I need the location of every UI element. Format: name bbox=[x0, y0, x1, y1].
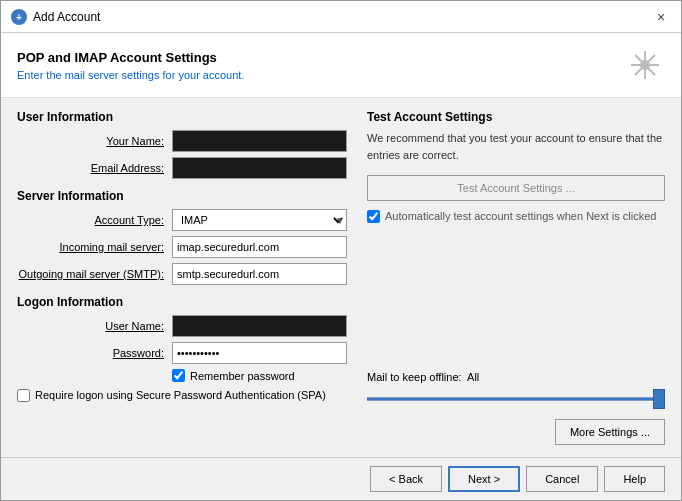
right-panel: Test Account Settings We recommend that … bbox=[367, 110, 665, 445]
slider-fill bbox=[367, 398, 665, 401]
password-input[interactable] bbox=[172, 342, 347, 364]
header-text: POP and IMAP Account Settings Enter the … bbox=[17, 50, 244, 81]
account-type-wrapper: IMAP POP3 ▼ bbox=[172, 209, 347, 231]
logon-info-title: Logon Information bbox=[17, 295, 347, 309]
dialog-body: User Information Your Name: Email Addres… bbox=[1, 98, 681, 457]
offline-section: Mail to keep offline: All More Settings … bbox=[367, 361, 665, 445]
remember-password-checkbox[interactable] bbox=[172, 369, 185, 382]
cancel-button[interactable]: Cancel bbox=[526, 466, 598, 492]
auto-test-checkbox[interactable] bbox=[367, 210, 380, 223]
slider-thumb[interactable] bbox=[653, 389, 665, 409]
email-label: Email Address: bbox=[17, 162, 172, 174]
title-bar-left: + Add Account bbox=[11, 9, 100, 25]
username-row: User Name: bbox=[17, 315, 347, 337]
dialog-footer: < Back Next > Cancel Help bbox=[1, 457, 681, 500]
cursor-icon bbox=[625, 45, 665, 85]
remember-password-label: Remember password bbox=[190, 370, 295, 382]
your-name-input[interactable] bbox=[172, 130, 347, 152]
your-name-label: Your Name: bbox=[17, 135, 172, 147]
incoming-row: Incoming mail server: bbox=[17, 236, 347, 258]
title-bar: + Add Account × bbox=[1, 1, 681, 33]
your-name-row: Your Name: bbox=[17, 130, 347, 152]
test-description: We recommend that you test your account … bbox=[367, 130, 665, 163]
help-button[interactable]: Help bbox=[604, 466, 665, 492]
account-type-label: Account Type: bbox=[17, 214, 172, 226]
account-type-row: Account Type: IMAP POP3 ▼ bbox=[17, 209, 347, 231]
spa-row: Require logon using Secure Password Auth… bbox=[17, 388, 347, 403]
password-row: Password: bbox=[17, 342, 347, 364]
email-row: Email Address: bbox=[17, 157, 347, 179]
more-settings-button[interactable]: More Settings ... bbox=[555, 419, 665, 445]
more-settings-row: More Settings ... bbox=[367, 419, 665, 445]
dialog-header: POP and IMAP Account Settings Enter the … bbox=[1, 33, 681, 98]
auto-test-row: Automatically test account settings when… bbox=[367, 209, 665, 224]
left-panel: User Information Your Name: Email Addres… bbox=[17, 110, 347, 445]
test-account-button[interactable]: Test Account Settings ... bbox=[367, 175, 665, 201]
title-bar-title: Add Account bbox=[33, 10, 100, 24]
back-button[interactable]: < Back bbox=[370, 466, 442, 492]
email-input[interactable] bbox=[172, 157, 347, 179]
username-input[interactable] bbox=[172, 315, 347, 337]
username-label: User Name: bbox=[17, 320, 172, 332]
account-type-select[interactable]: IMAP POP3 bbox=[172, 209, 347, 231]
svg-text:+: + bbox=[16, 12, 22, 23]
auto-test-label: Automatically test account settings when… bbox=[385, 209, 656, 224]
password-label: Password: bbox=[17, 347, 172, 359]
header-description: Enter the mail server settings for your … bbox=[17, 69, 244, 81]
close-button[interactable]: × bbox=[651, 7, 671, 27]
outgoing-row: Outgoing mail server (SMTP): bbox=[17, 263, 347, 285]
test-section-title: Test Account Settings bbox=[367, 110, 665, 124]
outgoing-label: Outgoing mail server (SMTP): bbox=[17, 268, 172, 280]
offline-label: Mail to keep offline: All bbox=[367, 371, 665, 383]
spa-checkbox[interactable] bbox=[17, 389, 30, 402]
user-info-title: User Information bbox=[17, 110, 347, 124]
add-account-dialog: + Add Account × POP and IMAP Account Set… bbox=[0, 0, 682, 501]
add-account-icon: + bbox=[11, 9, 27, 25]
next-button[interactable]: Next > bbox=[448, 466, 520, 492]
spa-label: Require logon using Secure Password Auth… bbox=[35, 388, 326, 403]
offline-slider[interactable] bbox=[367, 389, 665, 409]
remember-password-row: Remember password bbox=[172, 369, 347, 382]
incoming-input[interactable] bbox=[172, 236, 347, 258]
incoming-label: Incoming mail server: bbox=[17, 241, 172, 253]
header-heading: POP and IMAP Account Settings bbox=[17, 50, 244, 65]
server-info-title: Server Information bbox=[17, 189, 347, 203]
outgoing-input[interactable] bbox=[172, 263, 347, 285]
